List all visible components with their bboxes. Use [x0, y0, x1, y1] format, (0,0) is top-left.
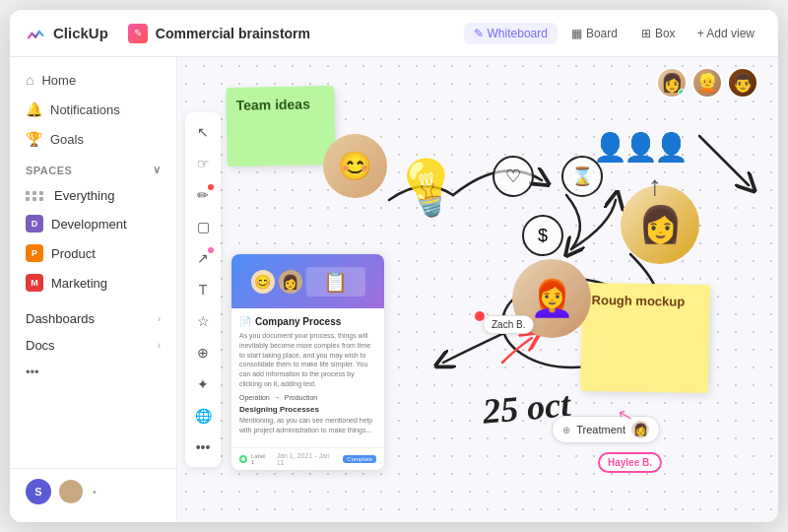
sticky-green-text: Team ideas [235, 96, 310, 112]
user-avatar[interactable]: S [26, 479, 51, 504]
product-dot: P [26, 244, 43, 262]
development-dot: D [26, 215, 43, 233]
zach-name: Zach B. [492, 319, 525, 330]
connect-tool-button[interactable]: ⊕ [189, 339, 217, 366]
everything-label: Everything [54, 188, 114, 203]
app-logo: ClickUp [26, 23, 108, 44]
doc-section-title: Designing Processes [239, 405, 376, 414]
docs-arrow-icon: › [158, 340, 161, 351]
tab-whiteboard[interactable]: ✎ Whiteboard [464, 23, 558, 44]
sidebar-item-notifications[interactable]: 🔔 Notifications [10, 95, 176, 124]
box-tab-label: Box [655, 27, 676, 40]
avatar-1-status [678, 89, 686, 97]
more-tools-button[interactable]: ••• [189, 433, 217, 461]
whiteboard-tab-icon: ✎ [474, 27, 484, 40]
docs-label: Docs [26, 338, 55, 353]
sticky-yellow-text: Rough mockup [592, 293, 686, 309]
doc-card-title: 📄 Company Process [239, 316, 376, 327]
top-avatars: 👩 👱 👨 [656, 67, 758, 99]
document-card[interactable]: 😊 👩 📋 📄 Company Process As you document … [231, 254, 384, 470]
person-face-1: 😊 [323, 134, 387, 198]
move-icon: ⊕ [562, 425, 570, 435]
sidebar-footer: S • [10, 468, 176, 514]
spaces-section-header: Spaces ∨ [10, 154, 176, 182]
page-icon: ✎ [128, 24, 148, 43]
up-arrow-icon: ↑ [648, 170, 662, 202]
doc-section-text: Mentioning, as you can see mentioned hel… [239, 416, 376, 435]
doc-icon: 📄 [239, 316, 251, 327]
main-layout: ⌂ Home 🔔 Notifications 🏆 Goals Spaces ∨ [10, 57, 778, 522]
haylee-name: Haylee B. [608, 457, 652, 468]
tab-board[interactable]: ▦ Board [561, 23, 627, 44]
doc-card-body: 📄 Company Process As you document your p… [231, 308, 384, 447]
view-tabs: ✎ Whiteboard ▦ Board ⊞ Box + Add view [464, 23, 762, 44]
pencil-tool-button[interactable]: ✏ [189, 181, 217, 209]
progress-circle [239, 455, 247, 463]
canvas-area[interactable]: ↖ ☞ ✏ ▢ ↗ T ☆ ⊕ ✦ 🌐 ••• [177, 57, 778, 522]
treatment-label: Treatment [576, 424, 625, 435]
board-tab-icon: ▦ [571, 27, 582, 40]
page-title-area: ✎ Commercial brainstorm [128, 24, 452, 43]
people-group-icon: 👤👤👤 [593, 131, 685, 164]
user-photo [59, 480, 83, 503]
whiteboard-tab-label: Whiteboard [488, 27, 548, 40]
sidebar-item-docs[interactable]: Docs › [10, 332, 176, 359]
sticky-tool-button[interactable]: ☆ [189, 307, 217, 335]
doc-status-row: Operation → Production [239, 394, 376, 401]
globe-tool-button[interactable]: 🌐 [189, 402, 217, 430]
sidebar-home-label: Home [41, 73, 76, 88]
add-view-button[interactable]: + Add view [690, 23, 762, 44]
haylee-tag: Haylee B. [598, 452, 662, 473]
avatar-2: 👱 [691, 67, 723, 99]
user-status-icon: • [93, 486, 97, 498]
sticky-note-green[interactable]: Team ideas [226, 86, 335, 166]
sticky-note-yellow[interactable]: Rough mockup [580, 283, 710, 393]
doc-title-text: Company Process [255, 316, 341, 327]
board-tab-label: Board [586, 27, 618, 40]
arrow-tool-button[interactable]: ↗ [189, 244, 217, 272]
tab-box[interactable]: ⊞ Box [631, 23, 686, 44]
development-label: Development [51, 217, 127, 232]
dashboards-label: Dashboards [26, 311, 95, 326]
treatment-tag: ⊕ Treatment 👩 [552, 416, 660, 443]
spaces-chevron-icon: ∨ [153, 164, 162, 176]
marketing-label: Marketing [51, 276, 107, 291]
left-toolbar: ↖ ☞ ✏ ▢ ↗ T ☆ ⊕ ✦ 🌐 ••• [185, 112, 221, 467]
pen-indicator [475, 311, 485, 321]
sidebar-item-everything[interactable]: Everything [10, 182, 176, 209]
trophy-icon: 🏆 [26, 131, 42, 147]
magic-tool-button[interactable]: ✦ [189, 370, 217, 398]
user-initial: S [34, 486, 41, 498]
doc-footer-date: Jan 1, 2021 - Jan 11 [277, 452, 340, 466]
sidebar-notifications-label: Notifications [50, 102, 120, 117]
sidebar-item-marketing[interactable]: M Marketing [10, 268, 176, 298]
doc-complete-button[interactable]: Complete [343, 455, 376, 463]
sidebar: ⌂ Home 🔔 Notifications 🏆 Goals Spaces ∨ [10, 57, 177, 522]
sidebar-item-goals[interactable]: 🏆 Goals [10, 124, 176, 154]
sidebar-item-dashboards[interactable]: Dashboards › [10, 305, 176, 332]
avatar-3: 👨 [727, 67, 758, 99]
hand-tool-button[interactable]: ☞ [189, 150, 217, 177]
heart-icon-node: ♡ [492, 156, 534, 197]
sidebar-item-development[interactable]: D Development [10, 209, 176, 238]
sidebar-item-home[interactable]: ⌂ Home [10, 65, 176, 95]
shape-tool-button[interactable]: ▢ [189, 213, 217, 240]
clickup-logo-icon [26, 23, 47, 44]
marketing-dot: M [26, 274, 43, 292]
doc-header-avatar-1: 😊 [251, 270, 275, 294]
sidebar-item-product[interactable]: P Product [10, 238, 176, 268]
cursor-tool-button[interactable]: ↖ [189, 118, 217, 146]
zach-tag: Zach B. [483, 315, 534, 334]
app-name: ClickUp [53, 25, 108, 41]
lightbulb-illustration: 💡 [389, 151, 467, 226]
everything-grid-icon [26, 191, 44, 201]
dashboards-arrow-icon: › [158, 313, 161, 324]
doc-header-avatar-2: 👩 [279, 270, 302, 294]
pencil-dot [208, 184, 214, 190]
sidebar-more-button[interactable]: ••• [10, 359, 176, 385]
doc-card-footer: Label 1 Jan 1, 2021 - Jan 11 Complete [231, 447, 384, 470]
text-tool-button[interactable]: T [189, 276, 217, 303]
doc-header-graphic: 📋 [306, 267, 365, 297]
more-dots-icon: ••• [26, 365, 39, 379]
add-view-label: + Add view [697, 27, 755, 40]
